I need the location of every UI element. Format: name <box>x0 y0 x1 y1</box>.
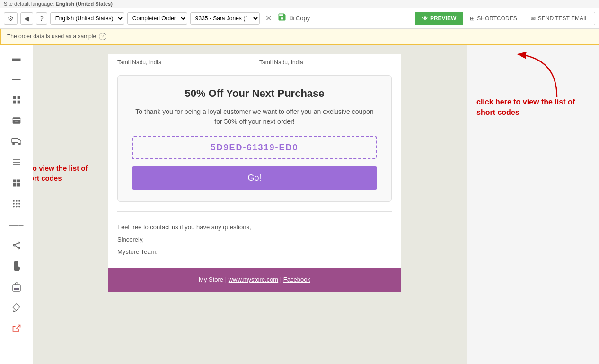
svg-point-20 <box>13 203 14 204</box>
svg-point-25 <box>18 206 20 207</box>
closing-line3: Mystore Team. <box>117 246 392 258</box>
footer-store-name: My Store <box>199 276 223 283</box>
coupon-go-button[interactable]: Go! <box>132 166 377 190</box>
svg-rect-13 <box>13 180 16 183</box>
copy-button[interactable]: ⧉ Copy <box>290 15 310 22</box>
email-footer: My Store | www.mystore.com | Facebook <box>108 268 401 292</box>
coupon-title: 50% Off Your Next Purchase <box>132 87 377 100</box>
toolbar: ⚙ ◀ ? English (United States) Completed … <box>0 8 599 29</box>
coupon-section: 50% Off Your Next Purchase To thank you … <box>117 75 392 202</box>
coupon-description: To thank you for being a loyal customer … <box>132 107 377 127</box>
svg-point-17 <box>13 200 14 202</box>
svg-rect-15 <box>13 183 16 187</box>
svg-rect-32 <box>14 288 19 290</box>
close-button[interactable]: ✕ <box>263 13 274 24</box>
send-test-email-label: SEND TEST EMAIL <box>538 15 588 22</box>
lang-bar-value: English (United States) <box>55 1 112 7</box>
svg-rect-0 <box>13 96 16 99</box>
email-closing: Feel free to contact us if you have any … <box>108 217 401 268</box>
svg-point-23 <box>13 206 14 207</box>
right-annotation-text: click here to view the list of short cod… <box>476 97 581 118</box>
svg-point-18 <box>16 200 17 202</box>
language-dropdown[interactable]: English (United States) <box>50 12 124 25</box>
language-bar: Site default language: English (United S… <box>0 0 599 8</box>
sidebar-rectangle-icon[interactable]: ▬ <box>7 50 26 67</box>
mail-icon: ✉ <box>531 15 536 22</box>
svg-rect-1 <box>17 96 20 99</box>
footer-website-link[interactable]: www.mystore.com <box>229 276 278 283</box>
sidebar-minus-icon[interactable]: — <box>7 70 26 87</box>
svg-point-21 <box>16 203 17 204</box>
sidebar-bag-icon[interactable] <box>7 278 26 295</box>
svg-rect-3 <box>17 101 20 104</box>
sidebar-apps-icon[interactable] <box>7 195 26 212</box>
left-annotation-text: click here to view the list of short cod… <box>33 163 94 183</box>
closing-line1: Feel free to contact us if you have any … <box>117 221 392 234</box>
sidebar-blocks-icon[interactable] <box>7 174 26 191</box>
email-divider <box>117 211 392 212</box>
right-panel: click here to view the list of short cod… <box>467 45 599 364</box>
svg-rect-2 <box>13 101 16 104</box>
address-left: Tamil Nadu, India <box>117 59 250 66</box>
svg-line-33 <box>16 325 20 329</box>
svg-point-19 <box>18 200 20 202</box>
save-button[interactable] <box>277 12 287 24</box>
main-layout: ▬ — ▬▬▬ <box>0 45 599 364</box>
closing-line2: Sincerely, <box>117 234 392 246</box>
sidebar: ▬ — ▬▬▬ <box>0 45 33 364</box>
settings-button[interactable]: ⚙ <box>4 12 18 25</box>
action-buttons-group: 👁 PREVIEW ⊞ SHORTCODES ✉ SEND TEST EMAIL <box>415 12 595 25</box>
info-help-icon[interactable]: ? <box>99 33 106 40</box>
footer-facebook-link[interactable]: Facebook <box>283 276 310 283</box>
svg-rect-14 <box>17 180 20 183</box>
svg-rect-7 <box>11 139 18 143</box>
sidebar-export-icon[interactable] <box>7 320 26 337</box>
preview-button[interactable]: 👁 PREVIEW <box>415 12 463 25</box>
lang-bar-label: Site default language: <box>4 1 54 7</box>
help-button[interactable]: ? <box>36 12 47 25</box>
sidebar-list-icon[interactable] <box>7 154 26 171</box>
email-content-area: click here to view the list of short cod… <box>33 45 467 364</box>
send-test-email-button[interactable]: ✉ SEND TEST EMAIL <box>524 12 595 25</box>
info-text: The order data is used as a sample <box>7 33 96 40</box>
shortcodes-label: SHORTCODES <box>477 15 517 22</box>
sidebar-fill-icon[interactable] <box>7 299 26 316</box>
email-type-dropdown[interactable]: Completed Order <box>127 12 187 25</box>
svg-point-24 <box>16 206 17 207</box>
svg-point-9 <box>18 143 20 145</box>
svg-rect-4 <box>12 117 20 123</box>
address-right: Tamil Nadu, India <box>259 59 392 66</box>
eye-icon: 👁 <box>422 15 428 22</box>
preview-label: PREVIEW <box>430 15 456 22</box>
svg-line-29 <box>15 243 18 245</box>
svg-point-8 <box>12 143 14 145</box>
svg-rect-16 <box>17 183 20 187</box>
sidebar-share-icon[interactable] <box>7 237 26 254</box>
svg-point-22 <box>18 203 20 204</box>
sidebar-truck-icon[interactable] <box>7 133 26 150</box>
svg-point-26 <box>18 242 19 243</box>
svg-line-30 <box>15 246 18 248</box>
footer-sep2: | <box>280 276 283 283</box>
coupon-code: 5D9ED-61319-ED0 <box>132 136 377 159</box>
sidebar-grid-icon[interactable] <box>7 91 26 108</box>
shortcodes-icon: ⊞ <box>470 15 475 22</box>
sidebar-divider-icon[interactable]: ▬▬▬ <box>7 216 26 233</box>
order-dropdown[interactable]: 9335 - Sara Jones (1 <box>190 12 260 25</box>
footer-sep1: | <box>225 276 229 283</box>
svg-point-27 <box>13 244 15 246</box>
shortcodes-button[interactable]: ⊞ SHORTCODES <box>463 12 524 25</box>
sidebar-touch-icon[interactable] <box>7 258 26 275</box>
back-button[interactable]: ◀ <box>20 12 33 25</box>
svg-point-28 <box>18 247 19 249</box>
email-preview: Tamil Nadu, India Tamil Nadu, India 50% … <box>108 54 401 292</box>
svg-rect-31 <box>13 285 20 291</box>
copy-icon: ⧉ <box>290 15 294 22</box>
info-bar: The order data is used as a sample ? <box>0 29 599 45</box>
sidebar-contact-icon[interactable] <box>7 112 26 129</box>
address-row: Tamil Nadu, India Tamil Nadu, India <box>108 54 401 70</box>
copy-label: Copy <box>296 15 310 22</box>
